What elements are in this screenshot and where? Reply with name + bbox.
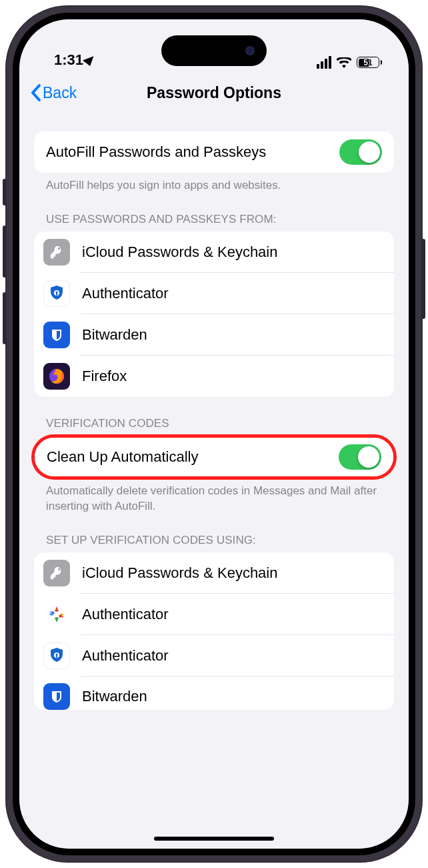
autofill-row[interactable]: AutoFill Passwords and Passkeys xyxy=(34,131,394,173)
provider-label: Authenticator xyxy=(82,285,382,302)
authenticator-icon xyxy=(43,642,70,669)
provider-icloud[interactable]: iCloud Passwords & Keychain xyxy=(34,232,394,273)
camera-dot xyxy=(245,46,255,55)
back-button[interactable]: Back xyxy=(30,83,77,102)
providers-card: iCloud Passwords & Keychain Authenticato… xyxy=(34,232,394,397)
setup-header: SET UP VERIFICATION CODES USING: xyxy=(34,534,394,552)
provider-label: Firefox xyxy=(82,368,382,385)
page-title: Password Options xyxy=(19,84,409,102)
cleanup-row[interactable]: Clean Up Automatically xyxy=(35,438,393,476)
google-authenticator-icon xyxy=(43,601,70,628)
firefox-icon xyxy=(43,363,70,390)
dynamic-island xyxy=(161,35,267,66)
providers-header: USE PASSWORDS AND PASSKEYS FROM: xyxy=(34,213,394,232)
autofill-card: AutoFill Passwords and Passkeys xyxy=(34,131,394,173)
silent-switch xyxy=(3,179,7,205)
setup-google-auth[interactable]: Authenticator xyxy=(34,594,394,635)
provider-bitwarden[interactable]: Bitwarden xyxy=(34,314,394,356)
location-icon xyxy=(83,53,97,65)
cellular-icon xyxy=(317,56,331,69)
provider-label: Bitwarden xyxy=(82,326,382,344)
setup-icloud[interactable]: iCloud Passwords & Keychain xyxy=(34,552,394,594)
bitwarden-icon xyxy=(43,322,70,348)
setup-ms-auth[interactable]: Authenticator xyxy=(34,635,394,677)
status-time: 1:31 xyxy=(54,51,83,69)
power-button xyxy=(421,239,425,319)
verification-footer: Automatically delete verification codes … xyxy=(34,478,394,514)
svg-rect-6 xyxy=(56,655,57,658)
cleanup-toggle[interactable] xyxy=(339,444,381,470)
setup-label: Bitwarden xyxy=(82,688,382,705)
volume-down xyxy=(3,292,7,344)
autofill-label: AutoFill Passwords and Passkeys xyxy=(46,143,339,161)
setup-label: iCloud Passwords & Keychain xyxy=(82,564,382,582)
highlight-annotation: Clean Up Automatically xyxy=(31,434,397,480)
setup-bitwarden[interactable]: Bitwarden xyxy=(34,677,394,710)
chevron-left-icon xyxy=(30,83,41,102)
battery-percent: 51 xyxy=(357,58,379,67)
authenticator-icon xyxy=(43,280,70,307)
phone-frame: 1:31 51 xyxy=(5,5,423,863)
provider-label: iCloud Passwords & Keychain xyxy=(82,244,382,261)
back-label: Back xyxy=(43,84,77,102)
provider-firefox[interactable]: Firefox xyxy=(34,356,394,397)
autofill-toggle[interactable] xyxy=(339,139,382,165)
setup-card: iCloud Passwords & Keychain Authenticato… xyxy=(34,552,394,710)
setup-label: Authenticator xyxy=(82,606,382,623)
key-icon xyxy=(43,239,70,266)
wifi-icon xyxy=(337,57,351,68)
setup-label: Authenticator xyxy=(82,647,382,665)
bitwarden-icon xyxy=(43,683,70,710)
home-indicator[interactable] xyxy=(154,837,274,841)
cleanup-label: Clean Up Automatically xyxy=(47,448,339,466)
battery-icon: 51 xyxy=(357,57,382,68)
verification-header: VERIFICATION CODES xyxy=(34,417,394,436)
content[interactable]: AutoFill Passwords and Passkeys AutoFill… xyxy=(19,113,409,849)
navigation-bar: Back Password Options xyxy=(19,73,409,113)
provider-authenticator[interactable]: Authenticator xyxy=(34,273,394,314)
key-icon xyxy=(43,560,70,586)
autofill-footer: AutoFill helps you sign into apps and we… xyxy=(34,173,394,193)
svg-rect-2 xyxy=(56,293,57,296)
volume-up xyxy=(3,226,7,278)
screen: 1:31 51 xyxy=(19,19,409,849)
